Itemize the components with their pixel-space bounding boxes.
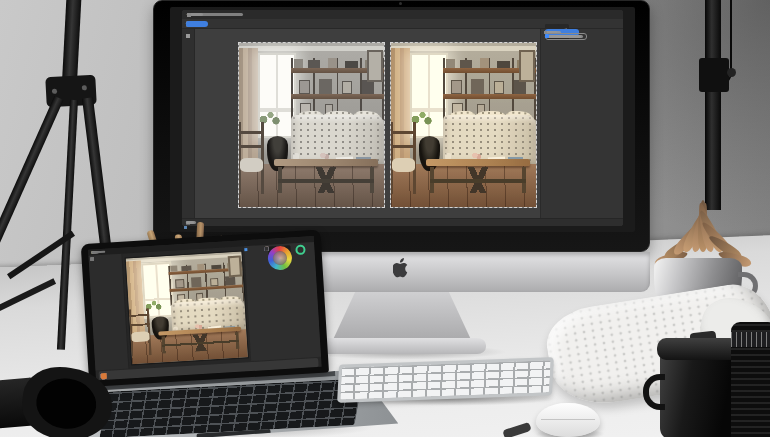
framed-art (228, 256, 242, 278)
picture-frame (451, 80, 462, 94)
shelf-plank (291, 94, 384, 99)
table-top (274, 159, 378, 166)
menu-bar (182, 10, 623, 19)
trash-icon[interactable] (544, 31, 547, 34)
crown-molding (239, 46, 384, 51)
lens-focus-ring (731, 332, 770, 347)
shelf-item (345, 61, 358, 68)
tool-strip (182, 29, 195, 218)
macbook-screen (88, 236, 322, 381)
mb-image[interactable] (125, 250, 249, 365)
light-stand-clamp (699, 58, 729, 92)
shelf-item (211, 264, 222, 269)
menubar-status-icon[interactable] (187, 13, 191, 17)
travel-mug (660, 348, 736, 437)
tripod-bolt (82, 85, 87, 90)
crown-molding (391, 46, 536, 51)
camera-lens (731, 322, 770, 437)
keyboard-keys[interactable] (340, 360, 551, 399)
mug-lid (657, 338, 739, 360)
coffee-table (274, 151, 378, 195)
table-legs (162, 332, 240, 353)
camera-lens-hood (0, 359, 118, 437)
shelf-item (294, 59, 303, 68)
framed-art (519, 50, 535, 83)
coffee-table (158, 322, 243, 356)
photo-editor-window (182, 10, 623, 226)
adjustments-panel (540, 29, 623, 218)
image-before[interactable] (238, 42, 385, 208)
magic-keyboard[interactable] (337, 357, 554, 403)
image-after[interactable] (390, 42, 537, 208)
layer-name-blurred[interactable] (545, 35, 581, 38)
picture-frame (175, 279, 184, 288)
shelf-item (308, 60, 320, 67)
primary-action-button[interactable] (186, 21, 204, 27)
table-top (426, 159, 530, 166)
tripod-brace (0, 278, 56, 311)
shelf-item (460, 60, 472, 67)
apple-logo-icon (393, 258, 410, 278)
window-title-blurred (91, 251, 105, 254)
tripod-bolt (52, 89, 57, 94)
editor-canvas (195, 29, 540, 218)
macbook-lid (81, 230, 329, 387)
imac-screen (170, 7, 635, 232)
shelf-item (497, 61, 510, 68)
shelf-plank (443, 94, 536, 99)
shelf-item (181, 266, 191, 271)
shelf-item (446, 59, 455, 68)
chair-cushion (240, 158, 263, 172)
framed-art (367, 50, 383, 83)
shelf-item (191, 277, 202, 287)
window-title-blurred (187, 13, 243, 16)
magic-mouse[interactable] (536, 403, 600, 437)
bedroom-photo (239, 43, 384, 207)
imac-camera (399, 2, 402, 5)
workspace-photo (0, 0, 770, 437)
table-legs (430, 167, 526, 193)
picture-frame (299, 80, 310, 94)
app-icon[interactable] (264, 247, 268, 251)
bedroom-photo (126, 251, 248, 364)
picture-frame (210, 278, 219, 287)
light-stand-knob (727, 68, 736, 77)
shelf-item (480, 58, 488, 67)
shelf-item (328, 58, 336, 67)
wicker-chair (129, 308, 152, 356)
text-tool-icon[interactable] (186, 34, 190, 38)
layer-visibility-icon[interactable] (545, 34, 549, 38)
picture-frame (342, 81, 352, 93)
shelf-item (319, 79, 332, 94)
bedroom-photo (391, 43, 536, 207)
mb-tools-panel (244, 242, 321, 361)
shelf-item (471, 79, 484, 94)
light-stand-pole (705, 0, 721, 210)
color-wheel[interactable] (267, 245, 292, 270)
chair-cushion (392, 158, 415, 172)
coffee-table (426, 151, 530, 195)
picture-frame (494, 81, 504, 93)
wicker-chair (391, 122, 416, 194)
mb-layer-list (88, 254, 129, 371)
wicker-chair (239, 122, 264, 194)
shelf-item (198, 264, 205, 270)
shelf-item (170, 266, 178, 272)
chair-cushion (131, 331, 150, 341)
table-legs (278, 167, 374, 193)
